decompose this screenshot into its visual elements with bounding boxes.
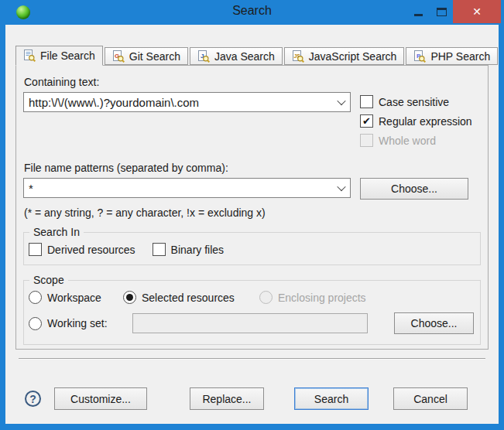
php-search-icon: P <box>413 50 426 63</box>
file-patterns-combo[interactable] <box>23 178 351 198</box>
radio-disabled-icon <box>259 291 273 304</box>
title-bar[interactable]: Search ✕ <box>0 0 504 25</box>
search-button[interactable]: Search <box>294 387 369 410</box>
search-in-group: Search In Derived resources Binary files <box>23 232 481 265</box>
choose-patterns-button[interactable]: Choose... <box>360 178 468 200</box>
working-set-radio[interactable]: Working set: <box>29 317 108 330</box>
dialog-body: File Search G Git Search J <box>5 25 499 424</box>
binary-files-checkbox[interactable]: Binary files <box>153 243 224 256</box>
tab-git-search[interactable]: G Git Search <box>105 47 188 65</box>
close-icon: ✕ <box>472 5 482 18</box>
checkbox-icon[interactable] <box>29 243 42 256</box>
containing-text-combo[interactable] <box>23 92 351 112</box>
containing-text-label: Containing text: <box>24 76 351 88</box>
minimize-icon <box>414 14 423 16</box>
footer-separator <box>19 358 485 359</box>
checkbox-label: Regular expression <box>379 115 472 128</box>
tab-java-search[interactable]: J Java Search <box>190 47 283 65</box>
customize-button[interactable]: Customize... <box>54 387 147 410</box>
containing-text-input[interactable] <box>24 96 333 109</box>
window-controls: ✕ <box>406 0 501 23</box>
checkbox-label: Derived resources <box>47 244 135 256</box>
tab-php-search[interactable]: P PHP Search <box>406 47 498 65</box>
file-patterns-input[interactable] <box>24 182 333 195</box>
javascript-search-icon: JS <box>292 50 304 63</box>
working-set-input[interactable] <box>132 313 368 333</box>
checkbox-disabled-icon <box>360 134 373 147</box>
tab-folder: File Search G Git Search J <box>15 45 489 350</box>
file-search-icon <box>23 49 36 62</box>
whole-word-checkbox: Whole word <box>360 131 481 150</box>
tab-bar: File Search G Git Search J <box>15 45 489 65</box>
radio-selected-icon[interactable] <box>123 291 136 304</box>
maximize-button[interactable] <box>430 0 453 23</box>
tab-javascript-search[interactable]: JS JavaScript Search <box>284 47 405 65</box>
choose-working-set-button[interactable]: Choose... <box>394 312 474 334</box>
case-sensitive-checkbox[interactable]: Case sensitive <box>360 92 481 111</box>
radio-icon[interactable] <box>29 291 42 304</box>
java-search-icon: J <box>197 50 210 63</box>
enclosing-projects-radio: Enclosing projects <box>259 291 366 304</box>
chevron-down-icon[interactable] <box>333 179 350 197</box>
radio-icon[interactable] <box>29 317 42 330</box>
radio-label: Enclosing projects <box>278 292 366 304</box>
git-search-icon: G <box>112 50 125 63</box>
search-in-legend: Search In <box>29 226 84 238</box>
radio-label: Working set: <box>47 317 108 329</box>
checkbox-label: Whole word <box>379 135 436 147</box>
scope-legend: Scope <box>29 274 68 286</box>
close-button[interactable]: ✕ <box>453 0 501 23</box>
derived-resources-checkbox[interactable]: Derived resources <box>29 243 135 256</box>
help-button[interactable]: ? <box>25 391 41 407</box>
checkbox-label: Case sensitive <box>379 96 449 108</box>
chevron-down-icon[interactable] <box>333 93 350 111</box>
tab-label: PHP Search <box>430 50 490 63</box>
help-icon: ? <box>29 393 36 405</box>
maximize-icon <box>437 8 447 16</box>
regular-expression-checkbox[interactable]: Regular expression <box>360 111 481 131</box>
workspace-radio[interactable]: Workspace <box>29 291 123 304</box>
tab-file-search[interactable]: File Search <box>15 46 103 66</box>
radio-label: Workspace <box>47 292 101 304</box>
tab-label: Git Search <box>129 50 180 63</box>
radio-label: Selected resources <box>142 292 235 304</box>
footer-button-bar: ? Customize... Replace... Search Cancel <box>5 387 499 410</box>
checkbox-checked-icon[interactable] <box>360 114 373 128</box>
tab-label: Java Search <box>214 50 275 63</box>
cancel-button[interactable]: Cancel <box>393 387 468 410</box>
tab-label: JavaScript Search <box>309 50 397 63</box>
scope-group: Scope Workspace Selected resources En <box>23 280 481 345</box>
checkbox-icon[interactable] <box>153 243 166 256</box>
file-patterns-label: File name patterns (separated by comma): <box>24 162 481 174</box>
selected-resources-radio[interactable]: Selected resources <box>123 291 259 304</box>
file-search-panel: Containing text: Case sensitive <box>15 65 489 350</box>
search-dialog-window: Search ✕ File Search <box>0 0 504 430</box>
search-options: Case sensitive Regular expression Whole … <box>360 74 481 150</box>
patterns-hint: (* = any string, ? = any character, !x =… <box>24 206 481 219</box>
checkbox-icon[interactable] <box>360 95 373 108</box>
checkbox-label: Binary files <box>171 244 224 256</box>
tab-label: File Search <box>40 49 95 62</box>
replace-button[interactable]: Replace... <box>190 387 264 410</box>
minimize-button[interactable] <box>406 0 430 23</box>
